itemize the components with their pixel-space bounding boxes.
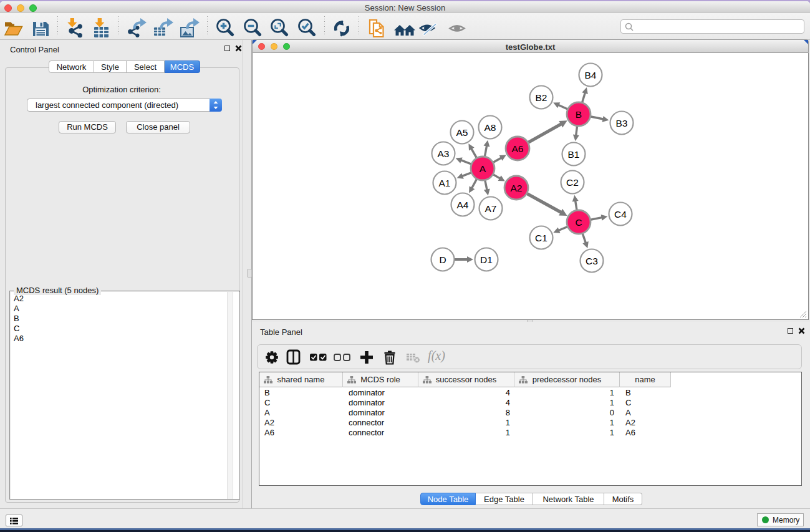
svg-text:B2: B2 [536, 92, 547, 103]
svg-text:A8: A8 [485, 122, 496, 133]
svg-text:C3: C3 [586, 256, 598, 266]
svg-text:A3: A3 [438, 148, 450, 159]
svg-text:A6: A6 [512, 143, 524, 154]
svg-text:A5: A5 [456, 127, 468, 138]
svg-text:A2: A2 [511, 183, 523, 193]
svg-text:C1: C1 [535, 233, 547, 243]
svg-text:B4: B4 [585, 70, 597, 80]
svg-text:B3: B3 [616, 118, 628, 128]
svg-text:A4: A4 [457, 200, 469, 210]
svg-text:C4: C4 [614, 209, 627, 220]
svg-text:C: C [575, 217, 582, 228]
svg-text:B1: B1 [568, 149, 580, 160]
svg-text:B: B [576, 109, 582, 120]
svg-text:A1: A1 [439, 178, 451, 188]
svg-text:C2: C2 [566, 177, 579, 188]
svg-text:A7: A7 [485, 203, 497, 214]
svg-text:D: D [439, 254, 446, 265]
svg-text:D1: D1 [480, 254, 493, 265]
svg-text:A: A [480, 163, 486, 174]
